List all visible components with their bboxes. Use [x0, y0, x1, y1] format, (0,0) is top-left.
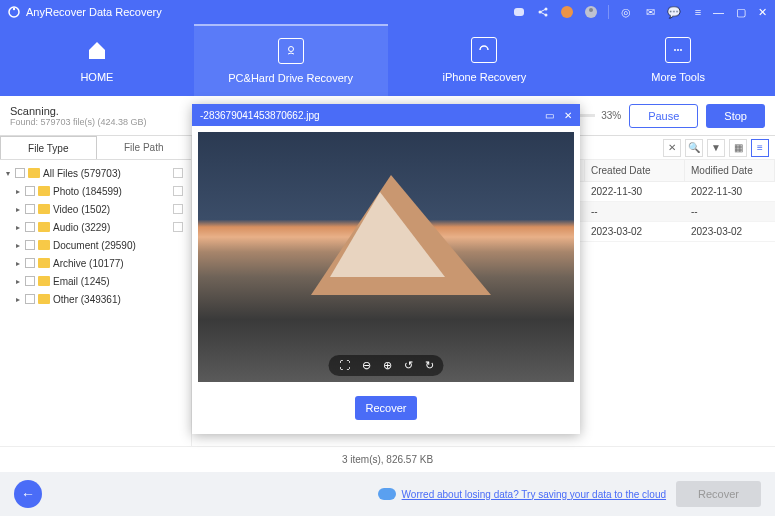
row-checkbox[interactable] — [173, 204, 183, 214]
selection-status: 3 item(s), 826.57 KB — [0, 446, 775, 472]
svg-line-6 — [540, 9, 546, 12]
tree-label: Photo (184599) — [53, 186, 122, 197]
clock-icon[interactable]: ◎ — [619, 5, 633, 19]
checkbox[interactable] — [25, 204, 35, 214]
caret-icon: ▸ — [14, 295, 22, 304]
folder-icon — [38, 240, 50, 250]
maximize-button[interactable]: ▢ — [736, 6, 746, 19]
cell-created: 2023-03-02 — [585, 222, 685, 241]
tree-item-audio[interactable]: ▸Audio (3229) — [0, 218, 191, 236]
svg-point-14 — [680, 49, 682, 51]
folder-icon — [38, 204, 50, 214]
nav-pc-recovery[interactable]: PC&Hard Drive Recovery — [194, 24, 388, 96]
preview-filename: -283679041453870662.jpg — [200, 110, 545, 121]
col-modified[interactable]: Modified Date — [685, 160, 775, 181]
stop-button[interactable]: Stop — [706, 104, 765, 128]
tree-item-all[interactable]: ▾ All Files (579703) — [0, 164, 191, 182]
checkbox[interactable] — [25, 240, 35, 250]
modal-restore-icon[interactable]: ▭ — [545, 110, 554, 121]
search-icon[interactable]: 🔍 — [685, 139, 703, 157]
checkbox[interactable] — [25, 186, 35, 196]
tree-item-video[interactable]: ▸Video (1502) — [0, 200, 191, 218]
scan-status: Scanning. — [10, 105, 185, 117]
checkbox[interactable] — [25, 276, 35, 286]
caret-icon: ▸ — [14, 205, 22, 214]
checkbox[interactable] — [15, 168, 25, 178]
nav-iphone-recovery[interactable]: iPhone Recovery — [388, 24, 582, 96]
back-button[interactable]: ← — [14, 480, 42, 508]
row-checkbox[interactable] — [173, 222, 183, 232]
tree-item-archive[interactable]: ▸Archive (10177) — [0, 254, 191, 272]
caret-icon: ▸ — [14, 241, 22, 250]
cloud-link-text: Worred about losing data? Try saving you… — [402, 489, 666, 500]
main-nav: HOME PC&Hard Drive Recovery iPhone Recov… — [0, 24, 775, 96]
filter-icon[interactable]: ▼ — [707, 139, 725, 157]
tab-file-path[interactable]: File Path — [97, 136, 192, 159]
checkbox[interactable] — [25, 294, 35, 304]
tree-item-document[interactable]: ▸Document (29590) — [0, 236, 191, 254]
mail-icon[interactable]: ✉ — [643, 5, 657, 19]
tree-item-other[interactable]: ▸Other (349361) — [0, 290, 191, 308]
folder-icon — [38, 186, 50, 196]
tree-item-email[interactable]: ▸Email (1245) — [0, 272, 191, 290]
footer: ← Worred about losing data? Try saving y… — [0, 472, 775, 516]
modal-close-icon[interactable]: ✕ — [564, 110, 572, 121]
checkbox[interactable] — [25, 258, 35, 268]
cell-created: -- — [585, 202, 685, 221]
share-icon[interactable] — [536, 5, 550, 19]
grid-view-icon[interactable]: ▦ — [729, 139, 747, 157]
checkbox[interactable] — [25, 222, 35, 232]
minimize-button[interactable]: — — [713, 6, 724, 19]
caret-icon: ▸ — [14, 223, 22, 232]
svg-point-10 — [589, 8, 593, 12]
svg-point-8 — [561, 6, 573, 18]
title-bar: AnyRecover Data Recovery ◎ ✉ 💬 ≡ — ▢ ✕ — [0, 0, 775, 24]
rotate-right-icon[interactable]: ↻ — [425, 359, 434, 372]
rotate-left-icon[interactable]: ↺ — [404, 359, 413, 372]
discord-icon[interactable] — [512, 5, 526, 19]
tree-label: Document (29590) — [53, 240, 136, 251]
recover-button-footer[interactable]: Recover — [676, 481, 761, 507]
nav-tools-label: More Tools — [651, 71, 705, 83]
nav-home[interactable]: HOME — [0, 24, 194, 96]
folder-icon — [38, 258, 50, 268]
menu-icon[interactable]: ≡ — [691, 5, 705, 19]
col-created[interactable]: Created Date — [585, 160, 685, 181]
progress-percent: 33% — [601, 110, 621, 121]
svg-rect-2 — [514, 8, 524, 16]
app-title: AnyRecover Data Recovery — [26, 6, 512, 18]
tree-label: Email (1245) — [53, 276, 110, 287]
row-checkbox[interactable] — [173, 168, 183, 178]
svg-line-7 — [540, 12, 546, 15]
tree-label: Audio (3229) — [53, 222, 110, 233]
zoom-out-icon[interactable]: ⊖ — [362, 359, 371, 372]
zoom-in-icon[interactable]: ⊕ — [383, 359, 392, 372]
folder-icon — [38, 222, 50, 232]
nav-more-tools[interactable]: More Tools — [581, 24, 775, 96]
chat-icon[interactable]: 💬 — [667, 5, 681, 19]
badge-icon[interactable] — [560, 5, 574, 19]
cell-modified: -- — [685, 202, 775, 221]
folder-icon — [28, 168, 40, 178]
preview-image: ⛶ ⊖ ⊕ ↺ ↻ — [198, 132, 574, 382]
cell-modified: 2022-11-30 — [685, 182, 775, 201]
tree-item-photo[interactable]: ▸Photo (184599) — [0, 182, 191, 200]
recover-button-modal[interactable]: Recover — [355, 396, 417, 420]
close-button[interactable]: ✕ — [758, 6, 767, 19]
cloud-icon — [378, 488, 396, 500]
list-view-icon[interactable]: ≡ — [751, 139, 769, 157]
cell-modified: 2023-03-02 — [685, 222, 775, 241]
clear-search-icon[interactable]: ✕ — [663, 139, 681, 157]
tree-label: All Files (579703) — [43, 168, 121, 179]
home-icon — [84, 37, 110, 63]
tab-file-type[interactable]: File Type — [0, 136, 97, 159]
pause-button[interactable]: Pause — [629, 104, 698, 128]
avatar-icon[interactable] — [584, 5, 598, 19]
nav-home-label: HOME — [80, 71, 113, 83]
caret-icon: ▸ — [14, 259, 22, 268]
tree-label: Other (349361) — [53, 294, 121, 305]
cloud-backup-link[interactable]: Worred about losing data? Try saving you… — [378, 488, 666, 500]
fullscreen-icon[interactable]: ⛶ — [339, 359, 350, 372]
modal-header[interactable]: -283679041453870662.jpg ▭ ✕ — [192, 104, 580, 126]
row-checkbox[interactable] — [173, 186, 183, 196]
